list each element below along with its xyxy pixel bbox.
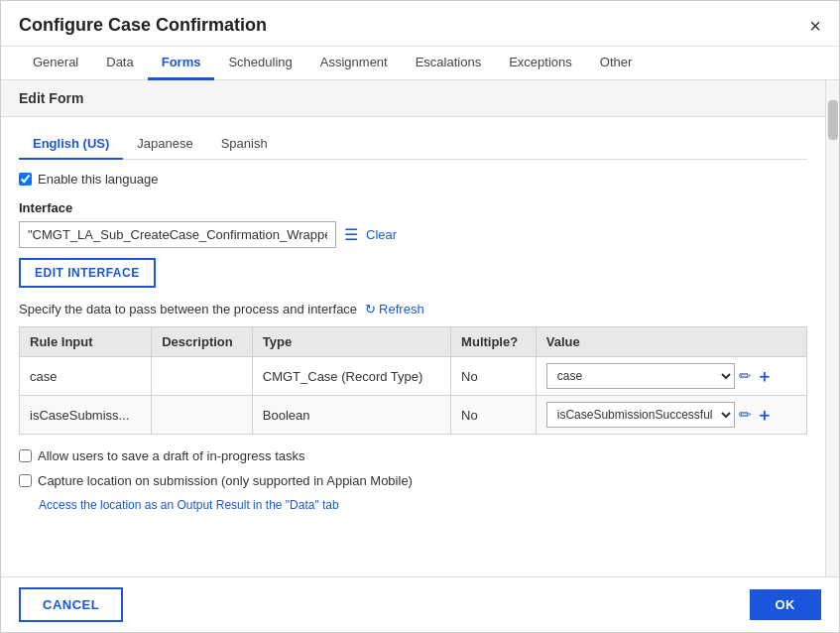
lang-tab-english[interactable]: English (US) [19, 129, 123, 160]
draft-label: Allow users to save a draft of in-progre… [38, 448, 305, 463]
cell-multiple-0: No [451, 357, 537, 396]
value-select-1[interactable]: isCaseSubmissionSuccessful [546, 402, 735, 428]
cell-type-0[interactable]: CMGT_Case (Record Type) [252, 357, 450, 396]
tab-other[interactable]: Other [586, 47, 647, 80]
modal-body: Edit Form English (US) Japanese Spanish … [1, 80, 839, 576]
inner-content: English (US) Japanese Spanish Enable thi… [1, 117, 825, 524]
close-button[interactable]: × [809, 16, 821, 36]
col-type: Type [252, 327, 450, 357]
cell-description-1 [152, 396, 253, 435]
value-select-0[interactable]: case [546, 363, 735, 389]
col-value: Value [536, 327, 806, 357]
draft-checkbox[interactable] [19, 449, 32, 462]
tab-assignment[interactable]: Assignment [306, 47, 402, 80]
language-tabs: English (US) Japanese Spanish [19, 129, 807, 160]
section-title: Edit Form [19, 90, 83, 106]
action-icons-1: ✏ ＋ [739, 404, 773, 427]
cell-description-0 [152, 357, 253, 396]
cell-value-0: case ✏ ＋ [536, 357, 806, 396]
col-multiple: Multiple? [451, 327, 537, 357]
hint-text: Access the location as an Output Result … [39, 498, 807, 512]
cell-rule-input-1: isCaseSubmiss... [20, 396, 152, 435]
lang-tab-japanese[interactable]: Japanese [123, 129, 206, 160]
cell-value-1: isCaseSubmissionSuccessful ✏ ＋ [536, 396, 806, 435]
tab-general[interactable]: General [19, 47, 92, 80]
specify-row: Specify the data to pass between the pro… [19, 302, 807, 316]
tab-data[interactable]: Data [92, 47, 147, 80]
content-area: Edit Form English (US) Japanese Spanish … [1, 80, 825, 576]
add-icon-1[interactable]: ＋ [756, 404, 773, 427]
interface-input[interactable] [19, 221, 336, 248]
modal-footer: CANCEL OK [1, 576, 839, 632]
enable-language-label: Enable this language [38, 172, 158, 187]
col-description: Description [152, 327, 253, 357]
edit-interface-button[interactable]: EDIT INTERFACE [19, 258, 156, 288]
cancel-button[interactable]: CANCEL [19, 587, 123, 622]
section-header: Edit Form [1, 80, 825, 117]
tab-scheduling[interactable]: Scheduling [214, 47, 305, 80]
scrollbar-track[interactable] [825, 80, 839, 576]
cell-rule-input-0: case [20, 357, 152, 396]
specify-text: Specify the data to pass between the pro… [19, 302, 357, 316]
draft-option-row: Allow users to save a draft of in-progre… [19, 448, 807, 463]
location-checkbox[interactable] [19, 474, 32, 487]
refresh-link[interactable]: ↻ Refresh [365, 302, 424, 316]
lang-tab-spanish[interactable]: Spanish [207, 129, 282, 160]
list-icon[interactable]: ☰ [344, 225, 358, 244]
action-icons-0: ✏ ＋ [739, 365, 773, 388]
add-icon-0[interactable]: ＋ [756, 365, 773, 388]
col-rule-input: Rule Input [20, 327, 152, 357]
tab-exceptions[interactable]: Exceptions [495, 47, 586, 80]
modal-header: Configure Case Confirmation × [1, 1, 839, 47]
edit-icon-0[interactable]: ✏ [739, 367, 752, 385]
tab-escalations[interactable]: Escalations [402, 47, 495, 80]
modal-title: Configure Case Confirmation [19, 15, 267, 36]
location-label: Capture location on submission (only sup… [38, 473, 413, 488]
cell-multiple-1: No [451, 396, 537, 435]
rule-inputs-table: Rule Input Description Type Multiple? Va… [19, 326, 807, 435]
cell-type-1: Boolean [252, 396, 450, 435]
enable-language-checkbox[interactable] [19, 173, 32, 186]
interface-input-row: ☰ Clear [19, 221, 807, 248]
refresh-icon: ↻ [365, 302, 376, 316]
table-row: isCaseSubmiss... Boolean No isCaseSubmis… [20, 396, 807, 435]
location-option-row: Capture location on submission (only sup… [19, 473, 807, 488]
tab-forms[interactable]: Forms [148, 47, 215, 80]
table-row: case CMGT_Case (Record Type) No case [20, 357, 807, 396]
configure-case-confirmation-modal: Configure Case Confirmation × General Da… [0, 0, 840, 633]
clear-link[interactable]: Clear [366, 227, 397, 242]
main-tabs: General Data Forms Scheduling Assignment… [1, 47, 839, 80]
interface-label: Interface [19, 200, 807, 215]
edit-icon-1[interactable]: ✏ [739, 406, 752, 424]
refresh-label: Refresh [379, 302, 424, 316]
enable-language-row: Enable this language [19, 172, 807, 187]
ok-button[interactable]: OK [750, 589, 822, 620]
scrollbar-thumb[interactable] [828, 100, 838, 140]
